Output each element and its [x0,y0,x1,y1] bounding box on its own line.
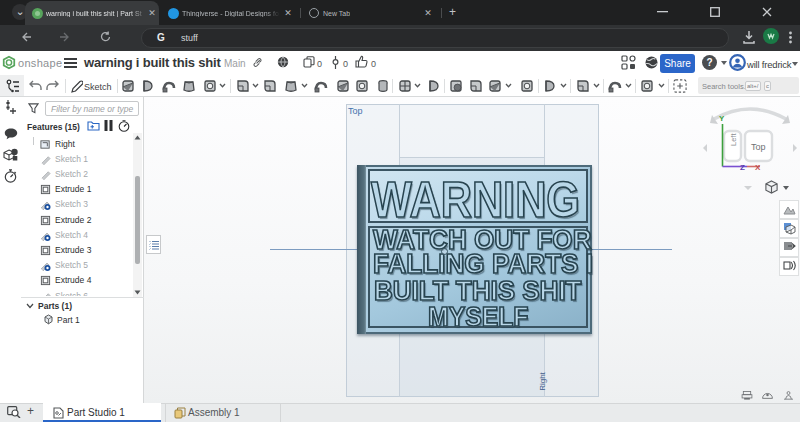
svg-text:X: X [755,163,761,172]
svg-text:Top: Top [751,142,766,152]
svg-text:Z: Z [740,163,745,172]
svg-text:Y: Y [719,114,725,123]
svg-text:Left: Left [729,133,738,146]
